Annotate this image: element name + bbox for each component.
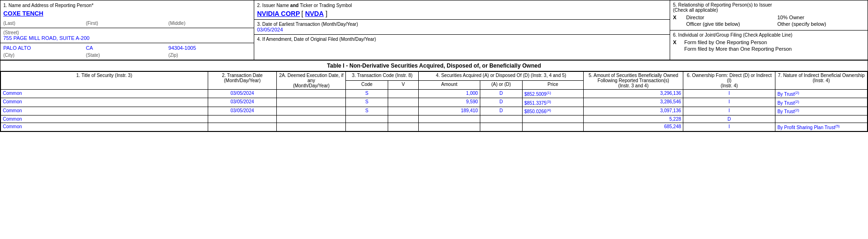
table-cell	[346, 115, 388, 123]
section6-label: 6. Individual or Joint/Group Filing (Che…	[673, 32, 865, 38]
row-trans-date: 03/05/2024	[230, 108, 254, 113]
row-ownership: I	[728, 91, 730, 96]
address-section: (Street) 755 PAGE MILL ROAD, SUITE A-200	[0, 28, 254, 43]
zip-label: (Zip)	[168, 53, 251, 58]
table-cell: 5,228	[584, 115, 683, 123]
section1-label: 1. Name and Address of Reporting Person*	[3, 3, 94, 8]
filing-option1: Form filed by One Reporting Person	[684, 39, 767, 45]
amendment-section: 4. If Amendment, Date of Original Filed …	[254, 35, 670, 60]
first-label: (First)	[86, 21, 169, 26]
row-trans-date: 03/05/2024	[230, 91, 254, 96]
other-label: Other (specify below)	[777, 21, 865, 27]
row-beneficially: 3,296,136	[660, 91, 681, 96]
name-fields-row: (Last) (First) (Middle)	[3, 21, 251, 26]
row-price-sup: (1)	[547, 91, 551, 95]
issuer-section: 2. Issuer Name and Ticker or Trading Sym…	[254, 0, 670, 60]
table-cell	[388, 107, 419, 115]
table-row: Common5,228D	[1, 115, 868, 123]
table-cell: By Trust(2)	[775, 90, 868, 98]
city-state-labels: (City) (State) (Zip)	[3, 53, 251, 58]
header-code-group: 3. Transaction Code (Instr. 8)	[346, 72, 419, 81]
filing-part: 6. Individual or Joint/Group Filing (Che…	[670, 31, 868, 60]
table-row: Common03/05/2024S1,000D$852.5009(1)3,296…	[1, 90, 868, 98]
relationship-section: 5. Relationship of Reporting Person(s) t…	[670, 0, 868, 60]
zip-value: 94304-1005	[168, 45, 251, 51]
header-amount: Amount	[419, 81, 480, 90]
header-v: V	[388, 81, 419, 90]
issuer-name-section: 2. Issuer Name and Ticker or Trading Sym…	[254, 0, 670, 20]
row-nature: By Trust(2)	[777, 109, 799, 114]
table-cell: 03/05/2024	[208, 98, 277, 107]
table-row: Common03/05/2024S9,590D$851.3375(3)3,286…	[1, 98, 868, 107]
section5-label: 5. Relationship of Reporting Person(s) t…	[673, 2, 865, 8]
transaction-date-section: 3. Date of Earliest Transaction (Month/D…	[254, 20, 670, 35]
table-cell: Common	[1, 115, 208, 123]
section2-label: 2. Issuer Name and Ticker or Trading Sym…	[257, 3, 352, 8]
city-label: (City)	[3, 53, 86, 58]
row-price: $851.3375(3)	[524, 100, 551, 106]
table-cell: By Trust(2)	[775, 107, 868, 115]
table-cell: 1,000	[419, 90, 480, 98]
table-cell: Common	[1, 107, 208, 115]
row-beneficially: 3,097,136	[660, 108, 681, 113]
table-cell	[480, 123, 522, 131]
header-nature: 7. Nature of Indirect Beneficial Ownersh…	[775, 72, 868, 90]
officer-label: Officer (give title below)	[686, 21, 774, 27]
row-amount: 189,410	[461, 108, 478, 113]
row-price-sup: (4)	[547, 108, 551, 112]
row-amount: 9,590	[466, 99, 478, 104]
table-cell: D	[683, 115, 775, 123]
table-cell	[208, 123, 277, 131]
table-cell: Common	[1, 123, 208, 131]
row-ownership: I	[728, 124, 730, 129]
table-cell: $851.3375(3)	[522, 98, 584, 107]
header-code: Code	[346, 81, 388, 90]
name-address-section: 1. Name and Address of Reporting Person*…	[0, 0, 254, 60]
table-cell: D	[480, 98, 522, 107]
table-cell: By Profit Sharing Plan Trust(5)	[775, 123, 868, 131]
row-ownership: I	[728, 108, 730, 113]
table-header-row: 1. Title of Security (Instr. 3) 2. Trans…	[1, 72, 868, 81]
row-code: S	[365, 108, 368, 113]
row-nature-sup: (5)	[835, 124, 840, 128]
table-cell: $850.0266(4)	[522, 107, 584, 115]
filing-row1: X Form filed by One Reporting Person	[673, 39, 865, 45]
row-price-sup: (3)	[547, 99, 551, 103]
street-address: 755 PAGE MILL ROAD, SUITE A-200	[3, 35, 251, 41]
table-cell: 189,410	[419, 107, 480, 115]
row-amount: 1,000	[466, 91, 478, 96]
row-nature-sup: (2)	[795, 99, 799, 103]
table-cell: I	[683, 90, 775, 98]
director-label: Director	[686, 15, 774, 20]
row-title: Common	[3, 124, 22, 129]
reporting-person-name[interactable]: COXE TENCH	[3, 10, 251, 17]
header-deemed-date: 2A. Deemed Execution Date, if any(Month/…	[277, 72, 346, 90]
row-ownership: D	[727, 116, 731, 122]
header-securities-group: 4. Securities Acquired (A) or Disposed O…	[419, 72, 584, 81]
table-cell	[388, 115, 419, 123]
row-beneficially: 3,286,546	[660, 99, 681, 104]
table-cell: D	[480, 107, 522, 115]
table-cell: 9,590	[419, 98, 480, 107]
row-title: Common	[3, 91, 22, 96]
row-aod: D	[500, 108, 503, 113]
table-cell: $852.5009(1)	[522, 90, 584, 98]
pct-owner-label: 10% Owner	[777, 15, 865, 20]
table-cell	[480, 115, 522, 123]
row-beneficially: 685,248	[664, 124, 681, 129]
table-cell	[208, 115, 277, 123]
city-state-values: PALO ALTO CA 94304-1005	[3, 45, 251, 51]
table-cell	[388, 123, 419, 131]
city-state-section: PALO ALTO CA 94304-1005 (City) (State) (…	[0, 43, 254, 60]
table-cell: 3,286,546	[584, 98, 683, 107]
issuer-name-link[interactable]: NVIDIA CORP	[257, 10, 300, 17]
header-ownership: 6. Ownership Form: Direct (D) or Indirec…	[683, 72, 775, 90]
table-cell	[388, 90, 419, 98]
row-aod: D	[500, 91, 503, 96]
header-price: Price	[522, 81, 584, 90]
table-title: Table I - Non-Derivative Securities Acqu…	[0, 60, 868, 71]
filing-row2: Form filed by More than One Reporting Pe…	[673, 46, 865, 52]
section3-label: 3. Date of Earliest Transaction (Month/D…	[257, 22, 667, 27]
table-cell	[522, 115, 584, 123]
row-code: S	[365, 99, 368, 104]
